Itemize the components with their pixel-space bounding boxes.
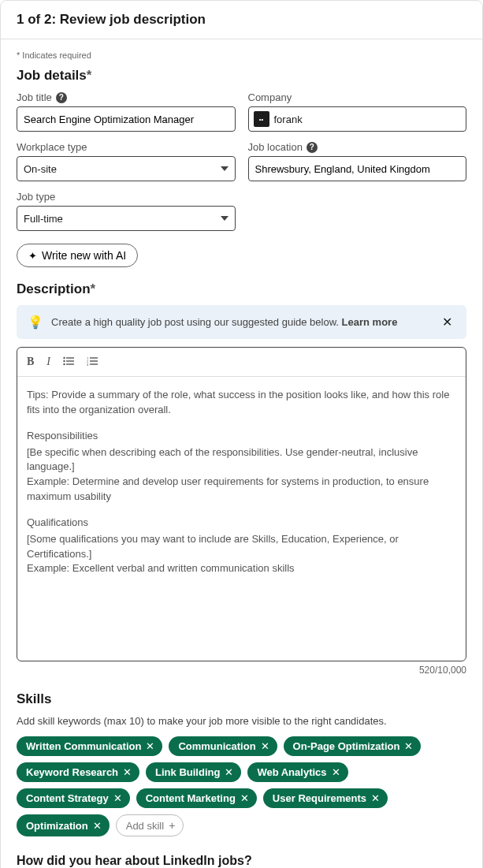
job-details-heading: Job details* [17, 68, 466, 84]
chevron-down-icon [221, 216, 228, 221]
job-type-label: Job type [17, 191, 236, 203]
remove-icon[interactable]: ✕ [240, 792, 249, 804]
job-location-label: Job location ? [248, 141, 467, 153]
svg-point-0 [63, 357, 65, 359]
close-icon[interactable]: ✕ [439, 315, 455, 330]
skills-help-text: Add skill keywords (max 10) to make your… [17, 715, 466, 727]
numbered-list-button[interactable]: 123 [87, 356, 98, 368]
description-editor[interactable]: B I 123 Tips: Provide a summary of the r… [17, 347, 466, 661]
svg-rect-5 [66, 363, 74, 364]
svg-rect-1 [66, 357, 74, 358]
italic-button[interactable]: I [46, 356, 50, 368]
svg-point-4 [63, 363, 65, 365]
step-title: 1 of 2: Review job description [17, 12, 466, 28]
banner-text: Create a high quality job post using our… [51, 316, 431, 328]
remove-icon[interactable]: ✕ [332, 766, 340, 778]
remove-icon[interactable]: ✕ [123, 766, 132, 778]
bold-button[interactable]: B [27, 356, 34, 368]
job-title-input[interactable] [17, 106, 236, 132]
help-icon[interactable]: ? [307, 142, 318, 153]
add-skill-button[interactable]: Add skill+ [116, 814, 184, 836]
skills-chip-container: Written Communication✕ Communication✕ On… [17, 736, 466, 836]
skill-chip[interactable]: Written Communication✕ [17, 736, 162, 756]
source-heading: How did you hear about LinkedIn jobs? [17, 854, 466, 868]
learn-more-link[interactable]: Learn more [342, 316, 398, 328]
svg-rect-9 [90, 360, 98, 361]
remove-icon[interactable]: ✕ [146, 740, 154, 752]
company-logo-icon: •• [254, 111, 269, 127]
editor-textarea[interactable]: Tips: Provide a summary of the role, wha… [17, 377, 466, 661]
guide-banner: 💡 Create a high quality job post using o… [17, 305, 466, 339]
skill-chip[interactable]: Keyword Research✕ [17, 762, 139, 782]
company-label: Company [248, 91, 467, 103]
svg-text:3: 3 [87, 363, 89, 367]
company-name: forank [274, 114, 303, 125]
help-icon[interactable]: ? [56, 92, 67, 103]
company-input[interactable]: •• forank [248, 106, 467, 132]
lightbulb-icon: 💡 [28, 315, 43, 330]
svg-rect-11 [90, 363, 98, 364]
workplace-type-select[interactable]: On-site [17, 156, 236, 181]
skill-chip[interactable]: Link Building✕ [146, 762, 241, 782]
chevron-down-icon [221, 166, 228, 171]
description-heading: Description* [17, 281, 466, 297]
sparkle-icon: ✦ [28, 250, 37, 262]
remove-icon[interactable]: ✕ [113, 792, 122, 804]
required-indicator-note: * Indicates required [17, 50, 466, 60]
job-type-select[interactable]: Full-time [17, 206, 236, 231]
remove-icon[interactable]: ✕ [404, 740, 413, 752]
workplace-type-label: Workplace type [17, 141, 236, 153]
job-location-input[interactable] [248, 156, 467, 181]
remove-icon[interactable]: ✕ [225, 766, 233, 778]
remove-icon[interactable]: ✕ [93, 820, 102, 832]
character-count: 520/10,000 [17, 665, 466, 676]
skill-chip[interactable]: Optimization✕ [17, 814, 110, 836]
skill-chip[interactable]: Content Marketing✕ [136, 788, 257, 808]
remove-icon[interactable]: ✕ [261, 740, 269, 752]
skill-chip[interactable]: Content Strategy✕ [17, 788, 130, 808]
svg-rect-3 [66, 360, 74, 361]
plus-icon: + [169, 819, 175, 832]
skill-chip[interactable]: On-Page Optimization✕ [284, 736, 422, 756]
modal-header: 1 of 2: Review job description [1, 1, 482, 39]
editor-toolbar: B I 123 [17, 348, 466, 377]
skills-heading: Skills [17, 691, 466, 707]
skill-chip[interactable]: Web Analytics✕ [247, 762, 347, 782]
svg-point-2 [63, 360, 65, 362]
skill-chip[interactable]: Communication✕ [169, 736, 277, 756]
write-with-ai-button[interactable]: ✦ Write new with AI [17, 244, 138, 267]
skill-chip[interactable]: User Requirements✕ [263, 788, 388, 808]
bullet-list-button[interactable] [63, 356, 74, 368]
job-title-label: Job title ? [17, 91, 236, 103]
svg-rect-7 [90, 357, 98, 358]
remove-icon[interactable]: ✕ [371, 792, 380, 804]
